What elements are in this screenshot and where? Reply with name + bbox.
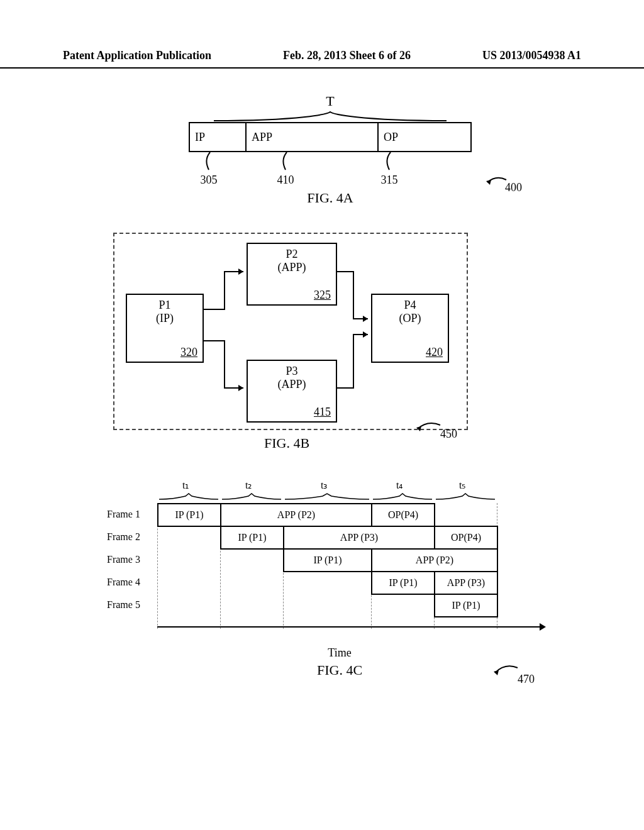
fig4b-boundary: P1 (IP) 320 P2 (APP) 325 P3 (APP) 415 P4… [113, 233, 468, 430]
tick-brace-icon [157, 492, 220, 501]
time-tick-4: t₄ [396, 479, 402, 491]
leader-hook-icon [278, 152, 297, 172]
fig4a-brace: T [189, 94, 472, 122]
frame-label: Frame 5 [107, 599, 157, 611]
time-axis-line [157, 626, 541, 628]
fig4a-brace-label: T [326, 93, 334, 109]
svg-marker-1 [238, 268, 243, 275]
tick-brace-icon [434, 492, 497, 501]
fig4c-frames: Frame 1IP (P1)APP (P2)OP(P4)Frame 2IP (P… [107, 503, 522, 616]
stage-cell: APP (P2) [220, 503, 372, 527]
time-tick-1: t₁ [182, 479, 189, 491]
stage-cell: APP (P3) [283, 526, 435, 550]
header-left: Patent Application Publication [63, 49, 211, 62]
patent-page: Patent Application Publication Feb. 28, … [0, 0, 644, 830]
svg-marker-6 [494, 670, 499, 675]
time-tick-2: t₂ [245, 479, 252, 491]
fig4c-xlabel: Time [157, 646, 522, 660]
fig4a-seg-ip: IP [190, 123, 247, 151]
stage-cell: IP (P1) [283, 548, 372, 572]
frame-label: Frame 2 [107, 531, 157, 543]
svg-marker-2 [238, 385, 243, 391]
stage-cell: IP (P1) [371, 571, 435, 595]
fig4c-ref-num: 470 [518, 673, 535, 685]
header-right: US 2013/0054938 A1 [482, 49, 581, 62]
fig4a-ref-num: 400 [505, 181, 522, 194]
curly-brace-icon [211, 111, 450, 122]
figure-4b: P1 (IP) 320 P2 (APP) 325 P3 (APP) 415 P4… [113, 233, 465, 428]
time-tick-5: t₅ [459, 479, 465, 491]
frame-label: Frame 4 [107, 577, 157, 588]
frame-label: Frame 3 [107, 554, 157, 565]
arrow-right-icon [540, 623, 546, 631]
fig4a-caption: FIG. 4A [189, 190, 472, 206]
fig4a-ref-410: 410 [277, 174, 294, 187]
stage-cell: IP (P1) [157, 503, 221, 527]
fig4b-caption: FIG. 4B [264, 435, 309, 451]
fig4c-ref: 470 [518, 673, 535, 686]
frame-slots: IP (P1)APP (P3)OP(P4) [157, 526, 522, 548]
frame-row: Frame 3IP (P1)APP (P2) [107, 548, 522, 571]
frame-row: Frame 4IP (P1)APP (P3) [107, 571, 522, 594]
fig4b-ref: 450 [440, 428, 457, 441]
stage-cell: IP (P1) [220, 526, 284, 550]
svg-marker-0 [486, 180, 491, 185]
frame-row: Frame 2IP (P1)APP (P3)OP(P4) [107, 526, 522, 548]
svg-marker-3 [363, 316, 368, 322]
fig4a-sequence: IPAPPOP [189, 122, 472, 152]
frame-label: Frame 1 [107, 509, 157, 520]
figure-4c: t₁t₂t₃t₄t₅ Frame 1IP (P1)APP (P2)OP(P4)F… [107, 478, 522, 678]
tick-brace-icon [371, 492, 434, 501]
figure-4a: T IPAPPOP 400 305410315 FIG. 4A [189, 94, 472, 206]
header-center: Feb. 28, 2013 Sheet 6 of 26 [283, 49, 411, 62]
svg-marker-5 [416, 426, 421, 431]
frame-slots: IP (P1)APP (P2) [157, 548, 522, 571]
frame-row: Frame 5IP (P1) [107, 594, 522, 616]
fig4a-seg-app: APP [247, 123, 379, 151]
time-tick-3: t₃ [321, 479, 327, 491]
leader-hook-icon [382, 152, 401, 172]
stage-cell: IP (P1) [434, 594, 498, 617]
frame-slots: IP (P1)APP (P2)OP(P4) [157, 503, 522, 526]
fig4c-axis [107, 620, 522, 639]
fig4a-ref-315: 315 [381, 174, 398, 187]
stage-cell: OP(P4) [371, 503, 435, 527]
fig4c-caption: FIG. 4C [157, 662, 522, 678]
tick-brace-icon [283, 492, 371, 501]
page-header: Patent Application Publication Feb. 28, … [0, 49, 644, 69]
stage-cell: APP (P2) [371, 548, 498, 572]
fig4a-leaders: 400 305410315 [189, 152, 472, 190]
frame-slots: IP (P1) [157, 594, 522, 616]
fig4a-seg-op: OP [379, 123, 447, 151]
stage-cell: OP(P4) [434, 526, 498, 550]
frame-slots: IP (P1)APP (P3) [157, 571, 522, 594]
fig4b-arrows [114, 234, 467, 429]
stage-cell: APP (P3) [434, 571, 498, 595]
leader-hook-icon [201, 152, 220, 172]
fig4c-time-header: t₁t₂t₃t₄t₅ [107, 478, 522, 503]
tick-brace-icon [220, 492, 283, 501]
fig4a-ref: 400 [505, 181, 522, 194]
fig4b-ref-num: 450 [440, 428, 457, 440]
fig4a-ref-305: 305 [201, 174, 218, 187]
svg-marker-4 [363, 331, 368, 338]
frame-row: Frame 1IP (P1)APP (P2)OP(P4) [107, 503, 522, 526]
